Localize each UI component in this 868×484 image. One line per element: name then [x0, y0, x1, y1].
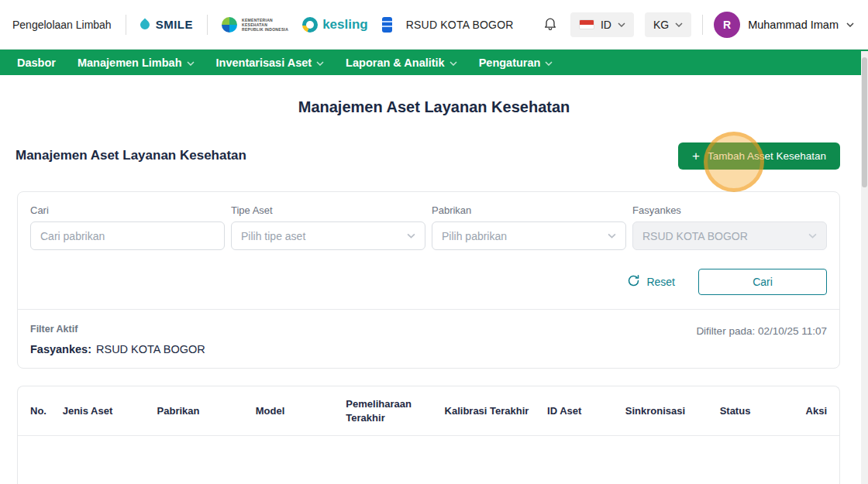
chevron-down-icon [608, 233, 616, 239]
chevron-down-icon [545, 61, 553, 66]
nav-item-pengaturan[interactable]: Pengaturan [479, 57, 553, 69]
user-name: Muhammad Imam [748, 19, 839, 31]
filter-field-type: Tipe Aset Pilih tipe aset [231, 204, 425, 250]
facility-select-disabled: RSUD KOTA BOGOR [632, 221, 827, 250]
add-asset-button[interactable]: + Tambah Asset Kesehatan [678, 142, 840, 170]
col-header-model: Model [248, 386, 339, 436]
add-button-wrap: + Tambah Asset Kesehatan [678, 142, 840, 170]
chevron-down-icon [675, 22, 683, 27]
app-title: Pengelolaan Limbah [12, 19, 112, 31]
search-label: Cari [30, 204, 225, 216]
divider [702, 15, 703, 35]
unit-code: KG [653, 19, 669, 31]
active-filter-name: Fasyankes: [30, 343, 91, 355]
facility-label: Fasyankes [632, 204, 827, 216]
kesling-icon [302, 17, 318, 33]
nav-item-label: Inventarisasi Aset [216, 57, 312, 69]
language-selector[interactable]: ID [570, 12, 634, 37]
section-header-row: Manajemen Aset Layanan Kesehatan + Tamba… [16, 137, 840, 174]
nav-item-label: Laporan & Analitik [346, 57, 445, 69]
add-asset-button-label: Tambah Asset Kesehatan [708, 150, 826, 162]
unit-selector[interactable]: KG [645, 12, 691, 37]
chevron-down-icon [618, 22, 625, 27]
filter-field-manufacturer: Pabrikan Pilih pabrikan [432, 204, 626, 250]
search-input[interactable] [30, 221, 225, 250]
col-header-status: Status [712, 386, 794, 436]
section-title: Manajemen Aset Layanan Kesehatan [16, 148, 246, 163]
nav-item-label: Dasbor [17, 57, 56, 69]
filter-grid: Cari Tipe Aset Pilih tipe aset Pabrikan … [30, 204, 827, 250]
reset-button[interactable]: Reset [622, 273, 680, 290]
main-content: Manajemen Aset Layanan Kesehatan Manajem… [0, 98, 868, 484]
col-header-sinkronisasi: Sinkronisasi [618, 386, 712, 436]
divider [18, 309, 839, 310]
indonesia-flag-icon [579, 19, 594, 29]
divider [207, 15, 208, 35]
nav-item-inventarisasi-aset[interactable]: Inventarisasi Aset [216, 57, 325, 69]
header-right: ID KG R Muhammad Imam [541, 12, 854, 38]
kemenkes-logo-text: KEMENTERIAN KESEHATAN REPUBLIK INDONESIA [242, 18, 288, 32]
active-filter-line: Fasyankes:RSUD KOTA BOGOR [30, 343, 205, 355]
smile-logo: SMILE [140, 18, 193, 31]
kemenkes-icon [222, 17, 237, 33]
header-left: Pengelolaan Limbah SMILE KEMENTERIAN KES… [12, 15, 514, 35]
scrollbar-thumb[interactable] [862, 57, 867, 187]
page-title: Manajemen Aset Layanan Kesehatan [0, 98, 868, 116]
chevron-down-icon [808, 233, 817, 239]
filtered-at-timestamp: Difilter pada: 02/10/25 11:07 [696, 324, 827, 337]
smile-logo-text: SMILE [156, 18, 193, 31]
main-nav: Dasbor Manajemen Limbah Inventarisasi As… [0, 50, 868, 75]
bell-icon [542, 15, 558, 33]
col-header-id-aset: ID Aset [539, 386, 618, 436]
notification-bell-button[interactable] [541, 14, 560, 35]
table-body-empty [18, 436, 839, 484]
filter-field-search: Cari [30, 204, 225, 250]
refresh-icon [627, 274, 640, 290]
manufacturer-label: Pabrikan [432, 204, 626, 216]
top-header: Pengelolaan Limbah SMILE KEMENTERIAN KES… [0, 0, 868, 50]
filter-card: Cari Tipe Aset Pilih tipe aset Pabrikan … [17, 191, 840, 369]
col-header-jenis-aset: Jenis Aset [55, 386, 150, 436]
smile-drop-icon [138, 18, 151, 31]
asset-table: No. Jenis Aset Pabrikan Model Pemelihara… [18, 386, 839, 484]
col-header-kalibrasi-terakhir: Kalibrasi Terakhir [437, 386, 540, 436]
table-header-row: No. Jenis Aset Pabrikan Model Pemelihara… [18, 386, 839, 436]
col-header-aksi: Aksi [794, 386, 839, 436]
avatar: R [714, 12, 740, 38]
table-header: No. Jenis Aset Pabrikan Model Pemelihara… [18, 386, 839, 436]
chevron-down-icon [187, 61, 195, 66]
manufacturer-placeholder: Pilih pabrikan [442, 230, 507, 242]
kemenkes-line: REPUBLIK INDONESIA [242, 27, 288, 32]
chevron-down-icon [316, 61, 324, 66]
active-filter-title: Filter Aktif [30, 324, 205, 335]
divider [126, 15, 126, 35]
chevron-down-icon [846, 22, 854, 27]
language-code: ID [601, 19, 611, 31]
facility-value: RSUD KOTA BOGOR [642, 230, 748, 242]
active-filter-block: Filter Aktif Fasyankes:RSUD KOTA BOGOR [30, 324, 205, 355]
col-header-no: No. [18, 386, 55, 436]
nav-item-dasbor[interactable]: Dasbor [17, 57, 56, 69]
filter-field-facility: Fasyankes RSUD KOTA BOGOR [632, 204, 827, 250]
chevron-down-icon [407, 233, 415, 239]
chevron-down-icon [450, 61, 457, 66]
nav-item-label: Manajemen Limbah [78, 57, 182, 69]
reset-label: Reset [646, 276, 675, 288]
plus-icon: + [692, 151, 700, 161]
search-submit-button[interactable]: Cari [698, 269, 827, 295]
active-filter-value: RSUD KOTA BOGOR [96, 343, 205, 355]
user-menu[interactable]: R Muhammad Imam [714, 12, 854, 38]
nav-item-label: Pengaturan [479, 57, 541, 69]
manufacturer-select[interactable]: Pilih pabrikan [432, 221, 626, 250]
empty-table-body [18, 436, 839, 484]
nav-item-laporan-analitik[interactable]: Laporan & Analitik [346, 57, 457, 69]
active-filter-row: Filter Aktif Fasyankes:RSUD KOTA BOGOR D… [30, 324, 827, 355]
facility-building-icon [382, 17, 392, 33]
col-header-pemeliharaan-terakhir: Pemeliharaan Terakhir [338, 386, 436, 436]
col-header-pabrikan: Pabrikan [150, 386, 248, 436]
asset-type-select[interactable]: Pilih tipe aset [231, 221, 425, 250]
asset-type-placeholder: Pilih tipe aset [241, 230, 305, 242]
vertical-scrollbar[interactable] [861, 51, 868, 484]
nav-item-manajemen-limbah[interactable]: Manajemen Limbah [78, 57, 195, 69]
kesling-logo: kesling [302, 17, 368, 33]
